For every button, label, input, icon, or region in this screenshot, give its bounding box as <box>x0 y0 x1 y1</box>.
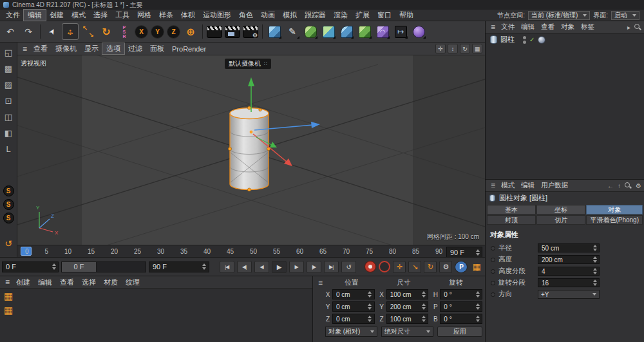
menu-item-tracker[interactable]: 跟踪器 <box>301 10 330 21</box>
hamburger-icon[interactable]: ≡ <box>20 44 30 53</box>
coordinate-system-button[interactable]: ⊕ <box>182 23 199 40</box>
mat-menu-texture[interactable]: 纹理 <box>122 277 144 288</box>
z-axis-lock-button[interactable]: Z <box>167 25 180 39</box>
up-icon[interactable]: ↑ <box>618 182 621 189</box>
vp-menu-display[interactable]: 显示 <box>80 43 102 54</box>
coords-size-mode-select[interactable]: 绝对尺寸 <box>381 327 433 337</box>
am-menu-mode[interactable]: 模式 <box>498 180 518 191</box>
model-mode-button[interactable]: ▩ <box>2 62 15 75</box>
stepper-icon[interactable] <box>367 290 373 299</box>
prev-frame-button[interactable]: ◀ <box>254 261 269 273</box>
render-settings-button[interactable]: ⚙ <box>242 23 259 40</box>
axis-mode-button[interactable]: L <box>2 142 15 156</box>
menu-item-simulate[interactable]: 模拟 <box>279 10 301 21</box>
mat-menu-select[interactable]: 选择 <box>78 277 100 288</box>
record-scale-button[interactable]: ↘ <box>408 261 421 273</box>
phong-tag-icon[interactable] <box>538 36 545 44</box>
record-position-button[interactable]: ✛ <box>393 261 406 273</box>
mat-menu-view[interactable]: 查看 <box>56 277 78 288</box>
rotate-tool-button[interactable]: ↻ <box>98 23 115 40</box>
stepper-icon[interactable] <box>421 302 426 311</box>
back-icon[interactable]: ← <box>607 182 614 189</box>
hamburger-icon[interactable]: ≡ <box>488 23 498 32</box>
menu-item-select[interactable]: 选择 <box>90 10 111 21</box>
object-name[interactable]: 圆柱 <box>500 35 515 44</box>
menu-item-window[interactable]: 窗口 <box>374 10 395 21</box>
height-input[interactable]: 200 cm <box>538 255 600 264</box>
stepper-icon[interactable] <box>202 262 207 272</box>
go-end-button[interactable]: ▶| <box>324 261 339 273</box>
timeline-end-field[interactable]: 90 F <box>446 247 482 258</box>
snap-badge-1[interactable]: S <box>3 185 14 196</box>
volume-palette-button[interactable] <box>356 23 373 40</box>
hamburger-icon[interactable]: ≡ <box>488 181 498 190</box>
primitives-palette-button[interactable] <box>266 23 283 40</box>
rot-p-input[interactable]: 0 ° <box>440 301 482 312</box>
timeline-ruler[interactable]: 05 1015 2025 3035 4045 5055 6065 7075 80… <box>17 245 485 257</box>
menu-item-extensions[interactable]: 扩展 <box>352 10 374 21</box>
play-button[interactable]: ▶ <box>272 261 287 273</box>
x-axis-lock-button[interactable]: X <box>135 25 148 39</box>
stepper-icon[interactable] <box>421 290 426 299</box>
menu-item-render[interactable]: 渲染 <box>330 10 352 21</box>
hamburger-icon[interactable]: ≡ <box>3 278 12 287</box>
move-tool-button[interactable]: ↔↕ <box>62 23 79 40</box>
live-selection-button[interactable]: ➤ <box>44 23 61 40</box>
menu-item-volume[interactable]: 体积 <box>177 10 199 21</box>
menu-item-character[interactable]: 角色 <box>235 10 257 21</box>
node-space-select[interactable]: 当前 (标准/物理) <box>528 11 590 20</box>
layout-grid-button[interactable]: ▦ <box>471 261 484 273</box>
menu-item-help[interactable]: 帮助 <box>395 10 417 21</box>
gear-icon[interactable]: ⚙ <box>636 182 641 189</box>
apply-button[interactable]: 应用 <box>437 327 482 337</box>
viewport-canvas[interactable]: Y X Z 透视视图 默认摄像机 ∷ 网格间距 : 100 cm <box>17 55 485 245</box>
interface-select[interactable]: 启动 <box>611 11 639 20</box>
stepper-icon[interactable] <box>475 302 480 311</box>
undo-button[interactable]: ↶ <box>2 23 19 40</box>
object-tree[interactable]: 圆柱 ✓ <box>486 33 644 179</box>
mat-menu-edit[interactable]: 编辑 <box>34 277 56 288</box>
stepper-icon[interactable] <box>367 302 373 311</box>
record-pla-button[interactable]: P <box>455 261 468 273</box>
texture-mode-button[interactable]: ▨ <box>2 78 15 91</box>
y-axis-lock-button[interactable]: Y <box>151 25 164 39</box>
om-menu-edit[interactable]: 编辑 <box>518 22 538 32</box>
snap-badge-3[interactable]: S <box>3 213 14 223</box>
tab-phong[interactable]: 平滑着色(Phong) <box>586 215 643 225</box>
vp-menu-view[interactable]: 查看 <box>30 43 52 54</box>
deformers-palette-button[interactable]: ◠ <box>374 23 391 40</box>
mat-menu-material[interactable]: 材质 <box>100 277 122 288</box>
menu-item-create[interactable]: 创建 <box>46 10 68 21</box>
tab-object[interactable]: 对象 <box>586 205 643 214</box>
record-objects-button[interactable] <box>365 261 376 272</box>
tab-coordinates[interactable]: 坐标 <box>536 205 585 214</box>
menu-item-edit[interactable]: 编辑 <box>24 10 46 21</box>
range-end-field[interactable]: 90 F <box>149 261 209 272</box>
vp-menu-filter[interactable]: 过滤 <box>124 43 146 54</box>
pos-y-input[interactable]: 0 cm <box>332 301 375 312</box>
last-tool-psr-button[interactable]: PSR <box>116 23 133 40</box>
animation-dot-icon[interactable] <box>491 292 495 297</box>
quad-view-icon[interactable]: ▦ <box>472 44 482 53</box>
mat-menu-create[interactable]: 创建 <box>12 277 34 288</box>
autokey-button[interactable] <box>379 261 390 272</box>
menu-item-mograph[interactable]: 运动图形 <box>199 10 235 21</box>
record-parameter-button[interactable]: ⚙ <box>439 261 452 273</box>
tab-basic[interactable]: 基本 <box>487 205 536 214</box>
stepper-icon[interactable] <box>421 314 426 323</box>
stepper-icon[interactable] <box>592 256 598 263</box>
om-menu-file[interactable]: 文件 <box>498 22 518 32</box>
search-icon[interactable] <box>625 182 632 189</box>
animation-dot-icon[interactable] <box>491 269 495 274</box>
orientation-select[interactable]: +Y <box>538 290 600 299</box>
scale-tool-button[interactable]: ↖↘ <box>80 23 97 40</box>
vp-menu-panel[interactable]: 面板 <box>146 43 168 54</box>
layout-tab-icon-1[interactable]: ▦ <box>4 292 13 301</box>
camera-badge[interactable]: 默认摄像机 ∷ <box>225 59 271 69</box>
coords-mode-select[interactable]: 对象 (相对) <box>325 327 377 337</box>
loop-button[interactable]: ↺ <box>341 261 356 273</box>
hamburger-icon[interactable]: ≡ <box>316 278 325 287</box>
animation-dot-icon[interactable] <box>491 281 495 285</box>
om-menu-view[interactable]: 查看 <box>538 22 558 32</box>
next-frame-button[interactable]: ▶ <box>289 261 304 273</box>
